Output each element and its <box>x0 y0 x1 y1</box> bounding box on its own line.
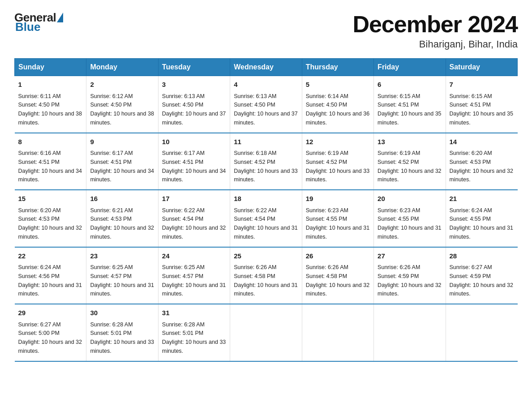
header-tuesday: Tuesday <box>158 59 230 76</box>
day-info: Sunrise: 6:13 AMSunset: 4:50 PMDaylight:… <box>162 93 226 126</box>
day-number: 23 <box>90 251 154 261</box>
day-number: 9 <box>90 137 154 147</box>
calendar-cell <box>374 304 446 361</box>
calendar-table: SundayMondayTuesdayWednesdayThursdayFrid… <box>14 58 518 362</box>
calendar-cell: 10Sunrise: 6:17 AMSunset: 4:51 PMDayligh… <box>158 133 230 190</box>
week-row-4: 22Sunrise: 6:24 AMSunset: 4:56 PMDayligh… <box>15 247 518 304</box>
calendar-cell: 7Sunrise: 6:15 AMSunset: 4:51 PMDaylight… <box>446 76 517 133</box>
day-info: Sunrise: 6:24 AMSunset: 4:55 PMDaylight:… <box>450 207 513 240</box>
logo: General Blue <box>14 11 63 34</box>
calendar-cell: 27Sunrise: 6:26 AMSunset: 4:59 PMDayligh… <box>374 247 446 304</box>
day-info: Sunrise: 6:19 AMSunset: 4:52 PMDaylight:… <box>378 150 441 183</box>
day-number: 2 <box>90 80 154 90</box>
logo-blue-text: Blue <box>14 20 40 34</box>
day-number: 24 <box>162 251 226 261</box>
page-header: General Blue December 2024 Bihariganj, B… <box>14 11 518 50</box>
calendar-cell: 18Sunrise: 6:22 AMSunset: 4:54 PMDayligh… <box>230 190 302 247</box>
day-info: Sunrise: 6:15 AMSunset: 4:51 PMDaylight:… <box>378 93 441 126</box>
day-info: Sunrise: 6:28 AMSunset: 5:01 PMDaylight:… <box>90 321 154 354</box>
week-row-2: 8Sunrise: 6:16 AMSunset: 4:51 PMDaylight… <box>15 133 518 190</box>
calendar-cell: 20Sunrise: 6:23 AMSunset: 4:55 PMDayligh… <box>374 190 446 247</box>
calendar-cell: 1Sunrise: 6:11 AMSunset: 4:50 PMDaylight… <box>15 76 86 133</box>
header-sunday: Sunday <box>15 59 86 76</box>
calendar-cell <box>230 304 302 361</box>
day-info: Sunrise: 6:11 AMSunset: 4:50 PMDaylight:… <box>18 93 82 126</box>
calendar-cell: 11Sunrise: 6:18 AMSunset: 4:52 PMDayligh… <box>230 133 302 190</box>
calendar-cell: 14Sunrise: 6:20 AMSunset: 4:53 PMDayligh… <box>446 133 517 190</box>
day-info: Sunrise: 6:22 AMSunset: 4:54 PMDaylight:… <box>234 207 297 240</box>
calendar-cell: 24Sunrise: 6:25 AMSunset: 4:57 PMDayligh… <box>158 247 230 304</box>
day-info: Sunrise: 6:21 AMSunset: 4:53 PMDaylight:… <box>90 207 154 240</box>
day-number: 1 <box>18 80 83 90</box>
calendar-cell: 5Sunrise: 6:14 AMSunset: 4:50 PMDaylight… <box>302 76 373 133</box>
calendar-cell: 28Sunrise: 6:27 AMSunset: 4:59 PMDayligh… <box>446 247 517 304</box>
calendar-cell: 2Sunrise: 6:12 AMSunset: 4:50 PMDaylight… <box>86 76 158 133</box>
calendar-cell: 29Sunrise: 6:27 AMSunset: 5:00 PMDayligh… <box>15 304 86 361</box>
day-info: Sunrise: 6:20 AMSunset: 4:53 PMDaylight:… <box>18 207 82 240</box>
logo-triangle-icon <box>57 13 63 22</box>
calendar-cell: 6Sunrise: 6:15 AMSunset: 4:51 PMDaylight… <box>374 76 446 133</box>
week-row-3: 15Sunrise: 6:20 AMSunset: 4:53 PMDayligh… <box>15 190 518 247</box>
week-row-5: 29Sunrise: 6:27 AMSunset: 5:00 PMDayligh… <box>15 304 518 361</box>
header-saturday: Saturday <box>446 59 517 76</box>
title-block: December 2024 Bihariganj, Bihar, India <box>352 11 518 50</box>
day-info: Sunrise: 6:25 AMSunset: 4:57 PMDaylight:… <box>162 264 226 297</box>
day-number: 5 <box>306 80 370 90</box>
calendar-header-row: SundayMondayTuesdayWednesdayThursdayFrid… <box>15 59 518 76</box>
calendar-cell: 9Sunrise: 6:17 AMSunset: 4:51 PMDaylight… <box>86 133 158 190</box>
day-info: Sunrise: 6:27 AMSunset: 5:00 PMDaylight:… <box>18 321 82 354</box>
day-info: Sunrise: 6:14 AMSunset: 4:50 PMDaylight:… <box>306 93 369 126</box>
day-info: Sunrise: 6:26 AMSunset: 4:59 PMDaylight:… <box>378 264 441 297</box>
day-number: 8 <box>18 137 83 147</box>
day-info: Sunrise: 6:28 AMSunset: 5:01 PMDaylight:… <box>162 321 226 354</box>
calendar-cell: 17Sunrise: 6:22 AMSunset: 4:54 PMDayligh… <box>158 190 230 247</box>
day-info: Sunrise: 6:17 AMSunset: 4:51 PMDaylight:… <box>90 150 154 183</box>
day-number: 27 <box>378 251 442 261</box>
calendar-cell: 21Sunrise: 6:24 AMSunset: 4:55 PMDayligh… <box>446 190 517 247</box>
day-info: Sunrise: 6:17 AMSunset: 4:51 PMDaylight:… <box>162 150 226 183</box>
day-number: 3 <box>162 80 226 90</box>
day-info: Sunrise: 6:27 AMSunset: 4:59 PMDaylight:… <box>450 264 513 297</box>
day-info: Sunrise: 6:25 AMSunset: 4:57 PMDaylight:… <box>90 264 154 297</box>
day-number: 29 <box>18 308 83 318</box>
calendar-cell: 13Sunrise: 6:19 AMSunset: 4:52 PMDayligh… <box>374 133 446 190</box>
header-friday: Friday <box>374 59 446 76</box>
day-number: 12 <box>306 137 370 147</box>
calendar-subtitle: Bihariganj, Bihar, India <box>352 39 518 50</box>
day-info: Sunrise: 6:20 AMSunset: 4:53 PMDaylight:… <box>450 150 513 183</box>
day-info: Sunrise: 6:18 AMSunset: 4:52 PMDaylight:… <box>234 150 297 183</box>
day-number: 31 <box>162 308 226 318</box>
header-wednesday: Wednesday <box>230 59 302 76</box>
day-number: 10 <box>162 137 226 147</box>
day-info: Sunrise: 6:19 AMSunset: 4:52 PMDaylight:… <box>306 150 369 183</box>
day-info: Sunrise: 6:15 AMSunset: 4:51 PMDaylight:… <box>450 93 513 126</box>
day-info: Sunrise: 6:26 AMSunset: 4:58 PMDaylight:… <box>234 264 297 297</box>
calendar-cell: 23Sunrise: 6:25 AMSunset: 4:57 PMDayligh… <box>86 247 158 304</box>
calendar-cell: 30Sunrise: 6:28 AMSunset: 5:01 PMDayligh… <box>86 304 158 361</box>
day-number: 19 <box>306 194 370 204</box>
day-number: 15 <box>18 194 83 204</box>
header-thursday: Thursday <box>302 59 373 76</box>
day-number: 28 <box>450 251 514 261</box>
day-info: Sunrise: 6:26 AMSunset: 4:58 PMDaylight:… <box>306 264 369 297</box>
day-number: 7 <box>450 80 514 90</box>
day-info: Sunrise: 6:16 AMSunset: 4:51 PMDaylight:… <box>18 150 82 183</box>
day-info: Sunrise: 6:23 AMSunset: 4:55 PMDaylight:… <box>378 207 441 240</box>
day-info: Sunrise: 6:23 AMSunset: 4:55 PMDaylight:… <box>306 207 369 240</box>
calendar-cell: 19Sunrise: 6:23 AMSunset: 4:55 PMDayligh… <box>302 190 373 247</box>
calendar-cell: 26Sunrise: 6:26 AMSunset: 4:58 PMDayligh… <box>302 247 373 304</box>
day-number: 14 <box>450 137 514 147</box>
week-row-1: 1Sunrise: 6:11 AMSunset: 4:50 PMDaylight… <box>15 76 518 133</box>
day-info: Sunrise: 6:12 AMSunset: 4:50 PMDaylight:… <box>90 93 154 126</box>
header-monday: Monday <box>86 59 158 76</box>
calendar-cell: 31Sunrise: 6:28 AMSunset: 5:01 PMDayligh… <box>158 304 230 361</box>
calendar-cell: 8Sunrise: 6:16 AMSunset: 4:51 PMDaylight… <box>15 133 86 190</box>
day-number: 21 <box>450 194 514 204</box>
calendar-cell: 3Sunrise: 6:13 AMSunset: 4:50 PMDaylight… <box>158 76 230 133</box>
day-number: 26 <box>306 251 370 261</box>
day-number: 22 <box>18 251 83 261</box>
day-number: 11 <box>234 137 298 147</box>
day-number: 16 <box>90 194 154 204</box>
calendar-title: December 2024 <box>352 11 518 38</box>
day-number: 25 <box>234 251 298 261</box>
